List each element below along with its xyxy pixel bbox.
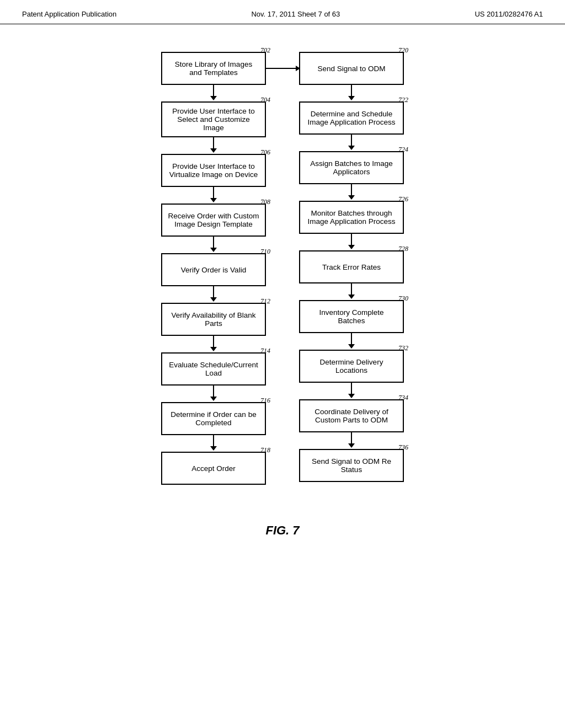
figure-label: FIG. 7 xyxy=(0,523,565,538)
box-710: ⸏710Verify Order is Valid xyxy=(161,253,266,286)
flowbox-716: Determine if Order can be Completed xyxy=(161,402,266,435)
box-736: ⸏736Send Signal to ODM Re Status xyxy=(299,449,404,482)
box-702: ⸏702Store Library of Images and Template… xyxy=(161,52,266,85)
arrow-down-722 xyxy=(351,135,352,147)
header-right: US 2011/0282476 A1 xyxy=(475,10,543,18)
arrow-down-706 xyxy=(213,187,214,199)
flowbox-722: Determine and Schedule Image Application… xyxy=(299,101,404,135)
arrow-down-708 xyxy=(213,237,214,249)
header-middle: Nov. 17, 2011 Sheet 7 of 63 xyxy=(251,10,340,18)
box-726: ⸏726Monitor Batches through Image Applic… xyxy=(299,201,404,234)
arrow-down-710 xyxy=(213,286,214,298)
arrow-down-712 xyxy=(213,336,214,348)
arrow-down-720 xyxy=(351,85,352,97)
box-730: ⸏730Inventory Complete Batches xyxy=(299,300,404,333)
flowbox-708: Receive Order with Custom Image Design T… xyxy=(161,204,266,237)
arrow-down-716 xyxy=(213,435,214,447)
arrow-down-726 xyxy=(351,234,352,246)
connector-svg xyxy=(0,24,565,507)
box-704: ⸏704Provide User Interface to Select and… xyxy=(161,101,266,137)
flowbox-736: Send Signal to ODM Re Status xyxy=(299,449,404,482)
arrow-down-702 xyxy=(213,85,214,97)
diagram-area: ⸏702Store Library of Images and Template… xyxy=(0,24,565,507)
flowbox-718: Accept Order xyxy=(161,452,266,485)
arrow-down-704 xyxy=(213,137,214,149)
box-720: ⸏720Send Signal to ODM xyxy=(299,52,404,85)
arrow-down-714 xyxy=(213,386,214,398)
right-flow-column: ⸏720Send Signal to ODM⸏722Determine and … xyxy=(299,52,404,485)
box-712: ⸏712Verify Availability of Blank Parts xyxy=(161,303,266,336)
arrow-down-730 xyxy=(351,333,352,345)
flowbox-706: Provide User Interface to Virtualize Ima… xyxy=(161,154,266,187)
box-722: ⸏722Determine and Schedule Image Applica… xyxy=(299,101,404,135)
page-header: Patent Application Publication Nov. 17, … xyxy=(0,0,565,24)
arrow-down-734 xyxy=(351,432,352,445)
flowbox-720: Send Signal to ODM xyxy=(299,52,404,85)
arrow-down-732 xyxy=(351,383,352,395)
box-718: ⸏718Accept Order xyxy=(161,452,266,485)
arrow-down-728 xyxy=(351,283,352,296)
flowbox-732: Determine Delivery Locations xyxy=(299,350,404,383)
box-716: ⸏716Determine if Order can be Completed xyxy=(161,402,266,435)
flowbox-712: Verify Availability of Blank Parts xyxy=(161,303,266,336)
flowbox-724: Assign Batches to Image Applicators xyxy=(299,151,404,184)
box-714: ⸏714Evaluate Schedule/Current Load xyxy=(161,352,266,386)
header-left: Patent Application Publication xyxy=(22,10,116,18)
box-734: ⸏734Coordinate Delivery of Custom Parts … xyxy=(299,399,404,432)
flowbox-734: Coordinate Delivery of Custom Parts to O… xyxy=(299,399,404,432)
arrow-down-724 xyxy=(351,184,352,196)
box-708: ⸏708Receive Order with Custom Image Desi… xyxy=(161,204,266,237)
box-732: ⸏732Determine Delivery Locations xyxy=(299,350,404,383)
flowbox-714: Evaluate Schedule/Current Load xyxy=(161,352,266,386)
box-728: ⸏728Track Error Rates xyxy=(299,250,404,283)
box-724: ⸏724Assign Batches to Image Applicators xyxy=(299,151,404,184)
flowbox-726: Monitor Batches through Image Applicatio… xyxy=(299,201,404,234)
flowbox-702: Store Library of Images and Templates xyxy=(161,52,266,85)
box-706: ⸏706Provide User Interface to Virtualize… xyxy=(161,154,266,187)
flowbox-704: Provide User Interface to Select and Cus… xyxy=(161,101,266,137)
flowbox-728: Track Error Rates xyxy=(299,250,404,283)
flowbox-710: Verify Order is Valid xyxy=(161,253,266,286)
flowbox-730: Inventory Complete Batches xyxy=(299,300,404,333)
left-flow-column: ⸏702Store Library of Images and Template… xyxy=(161,52,266,485)
